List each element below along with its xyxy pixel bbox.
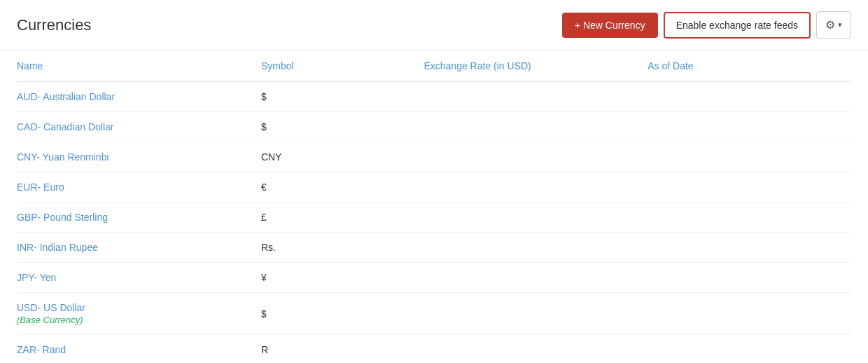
exchange-rate: [424, 335, 648, 364]
header-actions: + New Currency Enable exchange rate feed…: [562, 11, 851, 39]
currency-name-link[interactable]: GBP- Pound Sterling: [17, 212, 108, 223]
currency-name-link[interactable]: INR- Indian Rupee: [17, 242, 98, 253]
as-of-date: [648, 263, 851, 293]
currency-name-link[interactable]: USD- US Dollar: [17, 302, 85, 313]
table-row: AUD- Australian Dollar$: [17, 82, 851, 112]
currency-name-link[interactable]: CAD- Canadian Dollar: [17, 121, 114, 132]
chevron-down-icon: ▾: [838, 20, 842, 29]
enable-feeds-button[interactable]: Enable exchange rate feeds: [664, 12, 811, 39]
table-row: USD- US Dollar(Base Currency)$: [17, 293, 851, 335]
as-of-date: [648, 335, 851, 364]
exchange-rate: [424, 172, 648, 203]
table-row: EUR- Euro€: [17, 172, 851, 203]
currency-symbol: R: [261, 335, 424, 364]
page-title: Currencies: [17, 16, 91, 34]
table-row: CNY- Yuan RenminbiCNY: [17, 142, 851, 172]
table-row: CAD- Canadian Dollar$: [17, 112, 851, 142]
currency-name-link[interactable]: ZAR- Rand: [17, 344, 66, 355]
currencies-table: Name Symbol Exchange Rate (in USD) As of…: [17, 50, 851, 363]
table-row: GBP- Pound Sterling£: [17, 203, 851, 233]
column-header-as-of-date[interactable]: As of Date: [648, 50, 851, 82]
column-header-symbol[interactable]: Symbol: [261, 50, 424, 82]
table-body: AUD- Australian Dollar$CAD- Canadian Dol…: [17, 82, 851, 364]
currency-name-link[interactable]: JPY- Yen: [17, 272, 56, 283]
as-of-date: [648, 112, 851, 142]
page-header: Currencies + New Currency Enable exchang…: [0, 0, 868, 50]
column-header-exchange-rate[interactable]: Exchange Rate (in USD): [424, 50, 648, 82]
currencies-table-container: Name Symbol Exchange Rate (in USD) As of…: [0, 50, 868, 363]
currency-symbol: $: [261, 112, 424, 142]
column-header-name[interactable]: Name: [17, 50, 261, 82]
as-of-date: [648, 293, 851, 335]
currency-symbol: £: [261, 203, 424, 233]
as-of-date: [648, 233, 851, 263]
as-of-date: [648, 172, 851, 203]
as-of-date: [648, 203, 851, 233]
currency-name-link[interactable]: CNY- Yuan Renminbi: [17, 151, 109, 163]
page-container: Currencies + New Currency Enable exchang…: [0, 0, 868, 363]
table-row: ZAR- RandR: [17, 335, 851, 364]
exchange-rate: [424, 203, 648, 233]
currency-symbol: Rs.: [261, 233, 424, 263]
exchange-rate: [424, 263, 648, 293]
settings-button[interactable]: ⚙ ▾: [816, 11, 851, 39]
new-currency-button[interactable]: + New Currency: [562, 13, 658, 38]
as-of-date: [648, 142, 851, 172]
exchange-rate: [424, 233, 648, 263]
exchange-rate: [424, 112, 648, 142]
currency-symbol: $: [261, 293, 424, 335]
currency-name-link[interactable]: EUR- Euro: [17, 182, 64, 193]
gear-icon: ⚙: [825, 18, 835, 32]
exchange-rate: [424, 82, 648, 112]
currency-symbol: $: [261, 82, 424, 112]
currency-name-link[interactable]: AUD- Australian Dollar: [17, 91, 115, 102]
base-currency-label: (Base Currency): [17, 315, 253, 325]
table-row: INR- Indian RupeeRs.: [17, 233, 851, 263]
exchange-rate: [424, 293, 648, 335]
table-header: Name Symbol Exchange Rate (in USD) As of…: [17, 50, 851, 82]
currency-symbol: CNY: [261, 142, 424, 172]
table-row: JPY- Yen¥: [17, 263, 851, 293]
exchange-rate: [424, 142, 648, 172]
currency-symbol: €: [261, 172, 424, 203]
currency-symbol: ¥: [261, 263, 424, 293]
as-of-date: [648, 82, 851, 112]
